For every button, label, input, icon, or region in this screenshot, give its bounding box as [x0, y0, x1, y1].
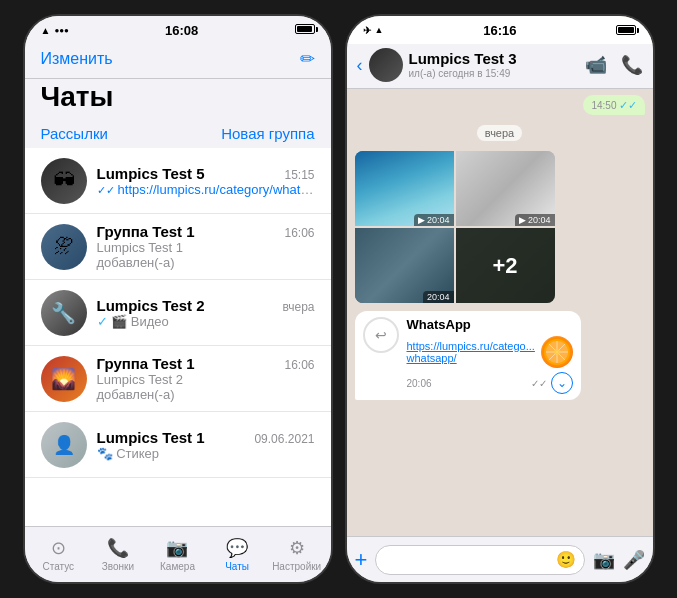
clock-left: 16:08	[165, 23, 198, 38]
contact-info: Lumpics Test 3 ил(-а) сегодня в 15:49	[409, 51, 579, 79]
message-actions: ✓✓ ⌄	[531, 372, 573, 394]
input-bar: + 🙂 📷 🎤	[347, 536, 653, 582]
message-input[interactable]: 🙂	[375, 545, 584, 575]
link-row: https://lumpics.ru/catego... whatsapp/	[407, 336, 573, 368]
orange-image	[541, 336, 573, 368]
chat-preview: Lumpics Test 2	[97, 372, 315, 387]
status-icons-right: ✈ ▲	[363, 25, 384, 36]
signal-icon: ●●●	[54, 26, 69, 35]
photo-time: 20:04	[423, 291, 454, 303]
wifi-icon-right: ▲	[375, 25, 384, 35]
tab-label-settings: Настройки	[272, 561, 321, 572]
chat-name: Группа Test 1	[97, 223, 195, 240]
chat-name: Lumpics Test 1	[97, 429, 205, 446]
photo-cell-more: +2	[456, 228, 555, 303]
tab-label-calls: Звонки	[102, 561, 134, 572]
bubble-footer: 20:06 ✓✓ ⌄	[407, 372, 573, 394]
date-separator: вчера	[355, 123, 645, 143]
tab-calls[interactable]: 📞 Звонки	[88, 537, 148, 572]
battery-right	[616, 25, 636, 35]
whatsapp-link[interactable]: https://lumpics.ru/catego...	[407, 340, 535, 352]
tab-chats[interactable]: 💬 Чаты	[207, 537, 267, 572]
chat-header-bar: ‹ Lumpics Test 3 ил(-а) сегодня в 15:49 …	[347, 44, 653, 89]
chat-preview: ✓ 🎬 Видео	[97, 314, 315, 329]
chat-messages: 14:50 ✓✓ вчера ▶20:0	[347, 89, 653, 536]
message-time: 14:50 ✓✓	[591, 99, 636, 112]
message-bubble: 14:50 ✓✓	[583, 95, 644, 115]
camera-icon: 📷	[166, 537, 188, 559]
back-button[interactable]: ‹	[357, 55, 363, 76]
avatar: 🌄	[41, 356, 87, 402]
avatar: 🕶	[41, 158, 87, 204]
chat-preview: ✓✓ https://lumpics.ru/category/whatsapp/	[97, 182, 315, 197]
list-item[interactable]: 👤 Lumpics Test 1 09.06.2021 🐾 Стикер	[25, 412, 331, 478]
voice-call-button[interactable]: 📞	[621, 54, 643, 76]
photo-message: ▶20:04 ▶20:04	[355, 151, 555, 303]
chat-content: Lumpics Test 1 09.06.2021 🐾 Стикер	[97, 429, 315, 461]
forward-icon-circle: ↩	[363, 317, 399, 353]
download-button[interactable]: ⌄	[551, 372, 573, 394]
tab-label-chats: Чаты	[225, 561, 249, 572]
status-text: ил(-а) сегодня в 15:49	[409, 68, 511, 79]
status-icon: ⊙	[51, 537, 66, 559]
read-receipt: ✓✓	[531, 378, 547, 389]
filter-bar: Рассылки Новая группа	[25, 119, 331, 148]
date-label: вчера	[477, 125, 522, 141]
whatsapp-link-bubble: ↩ WhatsApp https://lumpics.ru/catego... …	[355, 311, 581, 400]
settings-icon: ⚙	[289, 537, 305, 559]
tab-camera[interactable]: 📷 Камера	[148, 537, 208, 572]
svg-point-7	[554, 349, 560, 355]
compose-button[interactable]: ✏	[300, 48, 315, 70]
emoji-button[interactable]: 🙂	[556, 550, 576, 569]
photo-time: ▶20:04	[515, 214, 555, 226]
bubble-content: WhatsApp https://lumpics.ru/catego... wh…	[407, 317, 573, 394]
chat-content: Группа Test 1 16:06 Lumpics Test 2 добав…	[97, 355, 315, 402]
chat-time: 16:06	[284, 358, 314, 372]
chat-preview: Lumpics Test 1	[97, 240, 315, 255]
title-bar: Чаты	[25, 79, 331, 119]
chat-name: Lumpics Test 5	[97, 165, 205, 182]
plane-icon: ✈	[363, 25, 371, 36]
status-bar-right: ✈ ▲ 16:16	[347, 16, 653, 44]
photo-cell: 20:04	[355, 228, 454, 303]
list-item[interactable]: ⛈ Группа Test 1 16:06 Lumpics Test 1 доб…	[25, 214, 331, 280]
chat-preview-2: добавлен(-а)	[97, 255, 315, 270]
chat-time: 09.06.2021	[254, 432, 314, 446]
attach-button[interactable]: +	[355, 547, 368, 573]
tab-label-camera: Камера	[160, 561, 195, 572]
wifi-icon: ▲	[41, 25, 51, 36]
right-phone: ✈ ▲ 16:16 ‹ Lumpics Test 3 ил(-а) сегодн…	[345, 14, 655, 584]
video-call-button[interactable]: 📹	[585, 54, 607, 76]
app-name: WhatsApp	[407, 317, 573, 332]
battery-icon	[295, 24, 315, 36]
edit-button[interactable]: Изменить	[41, 50, 113, 68]
chat-name: Lumpics Test 2	[97, 297, 205, 314]
status-bar-left: ▲ ●●● 16:08	[25, 16, 331, 44]
photo-cell: ▶20:04	[355, 151, 454, 226]
tab-bar: ⊙ Статус 📞 Звонки 📷 Камера 💬 Чаты ⚙ Наст…	[25, 526, 331, 582]
list-item[interactable]: 🔧 Lumpics Test 2 вчера ✓ 🎬 Видео	[25, 280, 331, 346]
list-item[interactable]: 🕶 Lumpics Test 5 15:15 ✓✓ https://lumpic…	[25, 148, 331, 214]
whatsapp-link-2[interactable]: whatsapp/	[407, 352, 535, 364]
message-row: ↩ WhatsApp https://lumpics.ru/catego... …	[355, 311, 645, 400]
microphone-button[interactable]: 🎤	[623, 549, 645, 571]
header-actions: 📹 📞	[585, 54, 643, 76]
calls-icon: 📞	[107, 537, 129, 559]
status-bar-left-icons: ▲ ●●●	[41, 25, 69, 36]
tab-settings[interactable]: ⚙ Настройки	[267, 537, 327, 572]
chat-content: Группа Test 1 16:06 Lumpics Test 1 добав…	[97, 223, 315, 270]
contact-name: Lumpics Test 3	[409, 51, 579, 68]
chat-list: 🕶 Lumpics Test 5 15:15 ✓✓ https://lumpic…	[25, 148, 331, 526]
list-item[interactable]: 🌄 Группа Test 1 16:06 Lumpics Test 2 доб…	[25, 346, 331, 412]
camera-input-button[interactable]: 📷	[593, 549, 615, 571]
chat-time: 16:06	[284, 226, 314, 240]
broadcasts-button[interactable]: Рассылки	[41, 125, 108, 142]
bubble-left: ↩	[363, 317, 399, 353]
new-group-button[interactable]: Новая группа	[221, 125, 314, 142]
chat-content: Lumpics Test 5 15:15 ✓✓ https://lumpics.…	[97, 165, 315, 197]
left-phone: ▲ ●●● 16:08 Изменить ✏ Чаты Рассылки Нов…	[23, 14, 333, 584]
chat-preview-2: добавлен(-а)	[97, 387, 315, 402]
avatar: ⛈	[41, 224, 87, 270]
tab-status[interactable]: ⊙ Статус	[29, 537, 89, 572]
chats-icon: 💬	[226, 537, 248, 559]
